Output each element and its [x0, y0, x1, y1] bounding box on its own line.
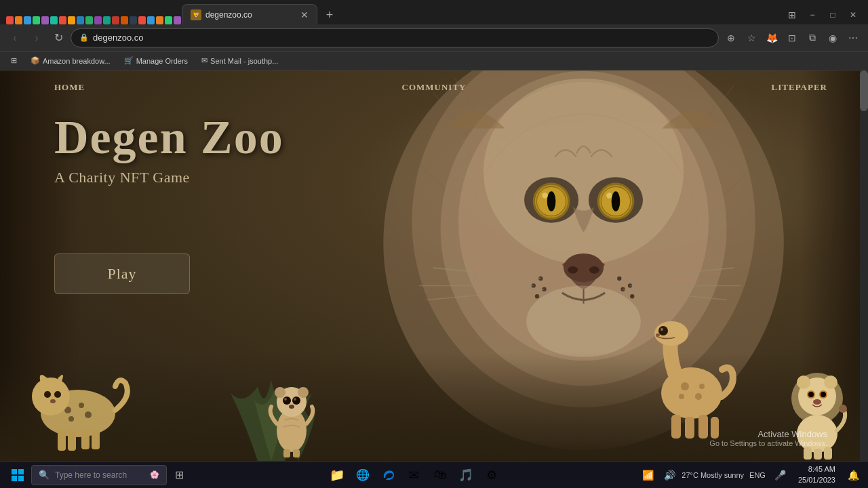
svg-point-50 [54, 391, 61, 398]
svg-rect-94 [12, 469, 17, 474]
svg-rect-65 [283, 449, 290, 458]
address-bar[interactable]: 🔒 degenzoo.co [71, 28, 719, 47]
bookmark-mail[interactable]: ✉ Sent Mail - jsouthp... [196, 55, 283, 66]
svg-point-93 [839, 405, 847, 413]
spotify-app[interactable]: 🎵 [454, 463, 478, 487]
active-tab[interactable]: 🦁 degenzoo.co ✕ [182, 4, 317, 24]
maximize-button[interactable]: □ [823, 5, 842, 24]
svg-point-63 [294, 398, 296, 401]
mic-icon[interactable]: 🎤 [771, 466, 790, 485]
clock-time: 8:45 AM [798, 464, 835, 474]
volume-icon[interactable]: 🔊 [660, 466, 679, 485]
start-button[interactable] [5, 463, 30, 487]
svg-rect-96 [12, 476, 17, 481]
play-button[interactable]: Play [54, 253, 190, 294]
widgets-button[interactable]: ⊞ [168, 464, 190, 486]
windows-icon: ⊞ [11, 56, 17, 65]
svg-point-62 [284, 398, 287, 401]
bookmark-orders[interactable]: 🛒 Manage Orders [119, 55, 193, 66]
mail-app[interactable]: ✉ [402, 463, 427, 487]
language-indicator[interactable]: ENG [749, 471, 766, 479]
minimize-button[interactable]: − [803, 5, 822, 24]
svg-point-20 [612, 191, 620, 211]
svg-point-69 [695, 393, 702, 400]
svg-point-31 [617, 277, 621, 281]
taskbar-search-box[interactable]: 🔍 Type here to search 🌸 [31, 465, 167, 485]
network-icon[interactable]: 📶 [638, 466, 657, 485]
toolbar-right: ⊕ ☆ 🦊 ⊡ ⧉ ◉ ⋯ [722, 28, 863, 47]
forward-button[interactable]: › [27, 28, 46, 47]
edge-app active[interactable] [376, 463, 401, 487]
weather-widget[interactable]: 27°C Mostly sunny [682, 471, 744, 479]
svg-point-58 [275, 387, 285, 398]
profile-button[interactable]: ⊞ [783, 5, 802, 24]
tab-icon-19[interactable] [165, 16, 172, 24]
svg-point-46 [85, 411, 92, 418]
settings-icon[interactable]: ⋯ [844, 28, 863, 47]
back-button[interactable]: ‹ [5, 28, 24, 47]
svg-point-30 [535, 294, 539, 298]
tab-icon-10[interactable] [85, 16, 93, 24]
taskbar: 🔍 Type here to search 🌸 ⊞ 📁 🌐 ✉ 🛍 🎵 ⚙ 📶 … [0, 461, 868, 488]
svg-rect-53 [68, 430, 76, 451]
svg-point-59 [298, 387, 309, 398]
svg-point-75 [656, 333, 660, 336]
extensions-icon[interactable]: ⊕ [722, 28, 741, 47]
tab-icon-11[interactable] [94, 16, 102, 24]
svg-rect-66 [293, 449, 300, 458]
tab-icon-17[interactable] [147, 16, 155, 24]
settings-app[interactable]: ⚙ [479, 463, 504, 487]
svg-point-60 [283, 396, 291, 405]
bookmark-windows[interactable]: ⊞ [5, 55, 22, 66]
bookmark-amazon[interactable]: 📦 Amazon breakdow... [25, 55, 116, 66]
tab-icon-14[interactable] [121, 16, 128, 24]
svg-point-34 [630, 294, 634, 298]
store-app[interactable]: 🛍 [428, 463, 452, 487]
tab-icon-7[interactable] [59, 16, 66, 24]
tab-icon-20[interactable] [174, 16, 181, 24]
search-placeholder-text: Type here to search [55, 470, 127, 480]
tab-bar: 🦁 degenzoo.co ✕ + ⊞ − □ ✕ [0, 0, 868, 24]
collections-icon[interactable]: ⊡ [783, 28, 802, 47]
file-explorer-app[interactable]: 📁 [325, 463, 349, 487]
tab-icon-15[interactable] [130, 16, 137, 24]
refresh-button[interactable]: ↻ [49, 28, 68, 47]
svg-point-48 [32, 378, 70, 415]
svg-rect-78 [698, 415, 708, 439]
svg-point-41 [526, 285, 641, 357]
profile-circle[interactable]: ◉ [823, 28, 842, 47]
nav-litepaper-link[interactable]: LITEPAPER [772, 82, 827, 93]
nav-home-link[interactable]: HOME [54, 82, 85, 93]
tab-close-button[interactable]: ✕ [300, 9, 309, 20]
svg-rect-77 [685, 417, 694, 439]
url-text: degenzoo.co [93, 33, 710, 43]
tab-icon-4[interactable] [33, 16, 40, 24]
svg-rect-52 [58, 430, 66, 451]
svg-point-45 [79, 403, 84, 408]
tab-icon-2[interactable] [15, 16, 22, 24]
browser-fox-icon[interactable]: 🦊 [762, 28, 781, 47]
scrollbar-thumb[interactable] [860, 70, 868, 111]
svg-rect-97 [18, 476, 24, 481]
clock-widget[interactable]: 8:45 AM 25/01/2023 [793, 464, 841, 485]
tab-icon-5[interactable] [41, 16, 49, 24]
notification-button[interactable]: 🔔 [844, 466, 863, 485]
tab-icon-18[interactable] [156, 16, 163, 24]
tab-icon-13[interactable] [112, 16, 119, 24]
nav-community-link[interactable]: COMMUNITY [402, 82, 467, 93]
favorites-icon[interactable]: ☆ [742, 28, 761, 47]
tab-icon-3[interactable] [24, 16, 31, 24]
tab-icon-16[interactable] [138, 16, 146, 24]
split-icon[interactable]: ⧉ [803, 28, 822, 47]
svg-point-22 [606, 192, 612, 198]
tab-icon-6[interactable] [50, 16, 58, 24]
chrome-app[interactable]: 🌐 [351, 463, 375, 487]
close-window-button[interactable]: ✕ [844, 5, 863, 24]
tab-icon-12[interactable] [103, 16, 111, 24]
tab-icon-8[interactable] [68, 16, 75, 24]
svg-point-49 [44, 391, 51, 398]
tab-icon-1[interactable] [6, 16, 14, 24]
search-icon: 🔍 [39, 470, 50, 480]
tab-icon-9[interactable] [77, 16, 84, 24]
new-tab-button[interactable]: + [320, 5, 339, 24]
